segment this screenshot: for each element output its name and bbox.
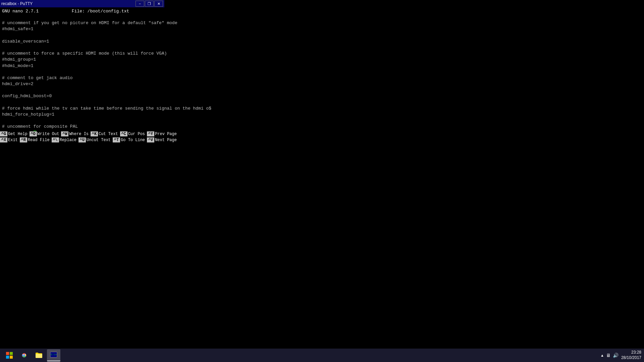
shortcut-key: ^R [20,137,27,142]
svg-point-6 [23,355,25,356]
svg-rect-2 [6,356,9,359]
file-content: # uncomment if you get no picture on HDM… [1,14,163,136]
shortcut-key: ^V [147,137,154,142]
shortcut-key: ^U [78,137,86,142]
titlebar-controls: − ❐ ✕ [136,1,163,7]
shortcut-label: Go To Line [121,138,145,142]
shortcut-label: Write Out [38,132,59,136]
close-button[interactable]: ✕ [154,1,163,7]
putty-taskbar-button[interactable]: C:\> [47,349,60,361]
system-tray: ▲ 🖥 🔊 [600,353,619,358]
tray-expand-icon[interactable]: ▲ [600,353,604,357]
shortcut-item[interactable]: ^TGo To Line [113,137,145,142]
shortcut-label: Cut Text [99,132,118,136]
shortcut-item[interactable]: ^OWrite Out [30,131,59,136]
titlebar: recalbox - PuTTY − ❐ ✕ [0,0,164,7]
taskbar-right: ▲ 🖥 🔊 23:28 28/10/2017 [600,350,641,360]
shortcut-item[interactable]: ^UUncut Text [78,137,111,142]
shortcut-label: Replace [60,138,76,142]
shortcut-item[interactable]: ^YPrev Page [147,131,177,136]
shortcut-item[interactable]: ^XExit [0,137,18,142]
taskbar: C:\> ▲ 🖥 🔊 23:28 28/10/2017 [0,349,644,362]
nano-version: GNU nano 2.7.1 [2,9,39,14]
start-button[interactable] [3,349,16,361]
shortcut-key: ^\ [52,137,59,142]
nano-filename: File: /boot/config.txt [39,9,162,14]
svg-rect-1 [10,352,13,355]
titlebar-title: recalbox - PuTTY [1,1,33,6]
taskbar-clock[interactable]: 23:28 28/10/2017 [621,350,641,360]
shortcut-key: ^K [91,131,98,136]
shortcut-key: ^X [0,137,7,142]
file-manager-button[interactable] [32,349,46,361]
shortcut-label: Cur Pos [128,132,145,136]
shortcut-label: Read File [28,138,50,142]
shortcut-row-1: ^GGet Help^OWrite Out^WWhere Is^KCut Tex… [0,131,164,137]
shortcut-label: Uncut Text [87,138,111,142]
shortcut-label: Next Page [155,138,177,142]
terminal-area[interactable]: GNU nano 2.7.1 File: /boot/config.txt # … [0,7,164,143]
nano-header: GNU nano 2.7.1 File: /boot/config.txt [1,8,163,14]
clock-date: 28/10/2017 [621,355,641,361]
taskbar-left: C:\> [3,349,60,361]
shortcut-key: ^W [61,131,68,136]
shortcut-item[interactable]: ^WWhere Is [61,131,89,136]
svg-text:C:\>: C:\> [51,353,57,356]
chrome-button[interactable] [17,349,31,361]
shortcut-key: ^T [113,137,120,142]
shortcut-row-2: ^XExit^RRead File^\Replace^UUncut Text^T… [0,137,164,143]
shortcut-item[interactable]: ^\Replace [52,137,76,142]
shortcut-key: ^C [120,131,127,136]
shortcut-label: Prev Page [155,132,177,136]
network-icon[interactable]: 🖥 [606,353,611,358]
volume-icon[interactable]: 🔊 [613,353,619,358]
minimize-button[interactable]: − [136,1,144,7]
shortcut-item[interactable]: ^CCur Pos [120,131,145,136]
shortcut-item[interactable]: ^GGet Help [0,131,28,136]
shortcut-key: ^O [30,131,37,136]
shortcut-label: Get Help [8,132,28,136]
shortcut-key: ^Y [147,131,154,136]
clock-time: 23:28 [631,350,641,355]
svg-rect-0 [6,352,9,355]
shortcut-key: ^G [0,131,7,136]
shortcut-item[interactable]: ^RRead File [20,137,50,142]
svg-rect-3 [10,356,13,359]
shortcut-label: Exit [8,138,18,142]
shortcut-item[interactable]: ^VNext Page [147,137,177,142]
putty-window: recalbox - PuTTY − ❐ ✕ GNU nano 2.7.1 Fi… [0,0,164,143]
shortcut-bar: ^GGet Help^OWrite Out^WWhere Is^KCut Tex… [0,131,164,143]
shortcut-item[interactable]: ^KCut Text [91,131,118,136]
shortcut-label: Where Is [69,132,89,136]
restore-button[interactable]: ❐ [145,1,154,7]
